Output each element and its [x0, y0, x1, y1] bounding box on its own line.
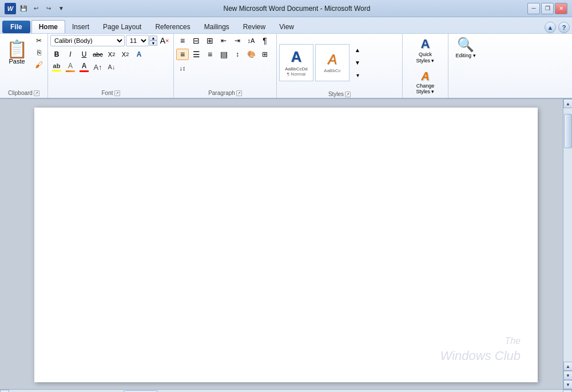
italic-button[interactable]: I	[64, 49, 77, 60]
font-size-decrease[interactable]: ▼	[149, 41, 157, 46]
highlight-color-button[interactable]: ab	[50, 61, 63, 73]
qat-undo-button[interactable]: ↩	[31, 3, 41, 14]
paragraph-group: ≡ ⊟ ⊞ ⇤ ⇥ ↕A ¶ ≡ ☰ ≡ ▤ ↕ 🎨 ⊞	[174, 34, 277, 98]
scroll-up-button[interactable]: ▲	[563, 99, 572, 108]
qat-customize-button[interactable]: ▼	[56, 3, 66, 14]
change-styles-dropdown[interactable]: A ChangeStyles ▾	[412, 68, 438, 97]
font-color-button[interactable]: A	[78, 61, 90, 73]
tab-page-layout[interactable]: Page Layout	[96, 21, 148, 33]
scroll-down-button[interactable]: ▼	[563, 380, 572, 389]
sort-button[interactable]: ↕A	[245, 35, 257, 46]
quick-styles-dropdown[interactable]: A QuickStyles ▾	[412, 35, 438, 66]
font-name-select[interactable]: Calibri (Body)	[50, 35, 125, 46]
clear-formatting-button[interactable]: A✕	[158, 35, 171, 46]
title-bar: W 💾 ↩ ↪ ▼ New Microsoft Word Document - …	[0, 0, 572, 17]
qat-save-button[interactable]: 💾	[18, 3, 29, 14]
change-styles-button[interactable]: A AaBbCc	[315, 44, 349, 81]
strikethrough-button[interactable]: abc	[92, 49, 104, 60]
scroll-right-button[interactable]: ►	[563, 390, 572, 392]
shading-button[interactable]: A	[64, 61, 77, 73]
copy-button[interactable]: ⎘	[33, 47, 45, 58]
qat-redo-button[interactable]: ↪	[43, 3, 54, 14]
borders-button[interactable]: ⊞	[259, 49, 271, 60]
para-extra-row: ↓↕	[176, 62, 189, 74]
show-hide-button[interactable]: ¶	[259, 35, 271, 46]
editing-dropdown[interactable]: 🔍 Editing ▾	[451, 35, 479, 60]
watermark-line2: Windows Club	[440, 347, 521, 365]
minimize-button[interactable]: ─	[527, 3, 540, 14]
styles-group-label: Styles ↗	[279, 90, 400, 98]
collapse-ribbon-button[interactable]: ▲	[545, 22, 556, 33]
styles-expander[interactable]: ↗	[345, 92, 351, 97]
align-buttons-row: ≡ ☰ ≡ ▤ ↕ 🎨 ⊞	[176, 49, 271, 60]
restore-button[interactable]: ❐	[541, 3, 554, 14]
font-size-arrows: ▲ ▼	[149, 35, 157, 46]
document-page[interactable]: The Windows Club	[34, 108, 538, 382]
decrease-indent-button[interactable]: ⇤	[217, 35, 230, 46]
tab-references[interactable]: References	[148, 21, 197, 33]
clipboard-expander[interactable]: ↗	[34, 90, 39, 96]
styles-more-button[interactable]: ▾	[351, 69, 364, 81]
styles-scroll-up[interactable]: ▲	[351, 44, 364, 56]
font-size-select[interactable]: 11	[126, 35, 149, 46]
scroll-left-button[interactable]: ◄	[0, 390, 9, 392]
tab-insert[interactable]: Insert	[65, 21, 96, 33]
multilevel-list-button[interactable]: ⊞	[204, 35, 216, 46]
scroll-thumb-vertical[interactable]	[564, 114, 572, 148]
subscript-button[interactable]: X2	[105, 49, 118, 60]
scroll-track-vertical[interactable]	[563, 108, 572, 362]
tab-file[interactable]: File	[2, 21, 30, 33]
tab-bar: File Home Insert Page Layout References …	[0, 17, 572, 33]
vertical-scrollbar[interactable]: ▲ ▲ ▼ ▼	[563, 99, 572, 389]
clipboard-group-label: Clipboard ↗	[2, 89, 45, 97]
tab-home[interactable]: Home	[31, 20, 65, 33]
scroll-page-down-button[interactable]: ▼	[563, 371, 572, 380]
paste-icon: 📋	[6, 41, 27, 58]
bold-button[interactable]: B	[50, 49, 63, 60]
shading-para-button[interactable]: 🎨	[245, 49, 257, 60]
cut-button[interactable]: ✂	[33, 35, 45, 46]
list-buttons-row: ≡ ⊟ ⊞ ⇤ ⇥ ↕A ¶	[176, 35, 271, 46]
paragraph-expander[interactable]: ↗	[236, 90, 242, 96]
align-left-button[interactable]: ≡	[176, 49, 189, 60]
word-app-icon: W	[5, 3, 16, 14]
help-button[interactable]: ?	[558, 22, 570, 33]
align-right-button[interactable]: ≡	[204, 49, 216, 60]
clipboard-group-content: 📋 Paste ✂ ⎘ 🖌	[2, 35, 45, 89]
bullets-button[interactable]: ≡	[176, 35, 189, 46]
styles-group-content: A AaBbCcDd ¶ Normal A AaBbCc ▲ ▼ ▾	[279, 35, 400, 90]
justify-button[interactable]: ▤	[217, 49, 230, 60]
clipboard-small-buttons: ✂ ⎘ 🖌	[33, 35, 45, 70]
paste-button[interactable]: 📋 Paste	[2, 35, 31, 70]
tab-review[interactable]: Review	[236, 21, 272, 33]
increase-indent-button[interactable]: ⇥	[231, 35, 244, 46]
paste-label: Paste	[9, 58, 25, 65]
font-expander[interactable]: ↗	[114, 90, 120, 96]
font-size-grow-button[interactable]: A↑	[92, 61, 104, 73]
font-group: Calibri (Body) 11 ▲ ▼ A✕ B	[48, 34, 174, 98]
font-size-increase[interactable]: ▲	[149, 35, 157, 41]
title-bar-left: W 💾 ↩ ↪ ▼	[5, 3, 66, 14]
underline-button[interactable]: U	[78, 49, 90, 60]
document-scroll-area[interactable]: ▲ ▲ ▼ ▼ The Windows Club	[0, 99, 572, 389]
horizontal-scrollbar[interactable]: ◄ ►	[0, 389, 572, 392]
scroll-track-horizontal[interactable]	[9, 390, 563, 392]
align-center-button[interactable]: ☰	[190, 49, 202, 60]
ribbon-content-area: 📋 Paste ✂ ⎘ 🖌 Clipboard ↗	[0, 33, 572, 98]
quick-styles-button[interactable]: A AaBbCcDd ¶ Normal	[279, 44, 313, 81]
watermark: The Windows Club	[440, 335, 521, 365]
main-content: ▲ ▲ ▼ ▼ The Windows Club ◄	[0, 99, 572, 392]
scroll-page-up-button[interactable]: ▲	[563, 362, 572, 371]
spacing-down-button[interactable]: ↓↕	[176, 62, 189, 74]
line-spacing-button[interactable]: ↕	[231, 49, 244, 60]
clipboard-buttons: 📋 Paste ✂ ⎘ 🖌	[2, 35, 45, 70]
close-button[interactable]: ✕	[555, 3, 567, 14]
styles-scroll-down[interactable]: ▼	[351, 57, 364, 68]
superscript-button[interactable]: X2	[119, 49, 132, 60]
format-painter-button[interactable]: 🖌	[33, 59, 45, 70]
tab-mailings[interactable]: Mailings	[197, 21, 236, 33]
numbering-button[interactable]: ⊟	[190, 35, 202, 46]
font-size-shrink-button[interactable]: A↓	[105, 61, 118, 73]
text-effects-button[interactable]: A	[133, 49, 145, 60]
tab-view[interactable]: View	[272, 21, 301, 33]
